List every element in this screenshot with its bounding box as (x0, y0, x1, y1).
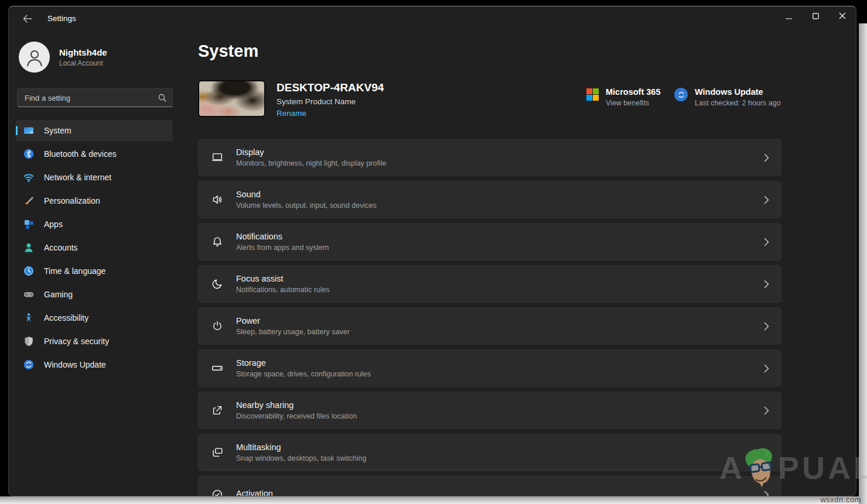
bell-icon (199, 235, 236, 248)
chevron-right-icon (764, 448, 769, 457)
page-backdrop-bottom (0, 496, 867, 504)
row-subtitle: Snap windows, desktops, task switching (236, 454, 366, 462)
sidebar-item-label: Network & internet (44, 173, 111, 182)
chevron-right-icon (764, 491, 769, 496)
rename-link[interactable]: Rename (277, 109, 306, 118)
sidebar-item-time-language[interactable]: Time & language (16, 260, 173, 282)
sidebar-item-label: Personalization (44, 196, 100, 205)
sidebar-item-accounts[interactable]: Accounts (16, 237, 173, 258)
sidebar-item-label: Accessibility (44, 313, 88, 323)
settings-row-display[interactable]: Display Monitors, brightness, night ligh… (198, 139, 781, 176)
main-content: System DESKTOP-4RAKV94 System Product Na… (196, 35, 856, 496)
sidebar-item-privacy-security[interactable]: Privacy & security (16, 331, 173, 352)
settings-row-nearby-sharing[interactable]: Nearby sharing Discoverability, received… (198, 392, 781, 429)
row-subtitle: Sleep, battery usage, battery saver (236, 328, 350, 336)
user-name: Nightsh4de (59, 47, 107, 57)
chevron-right-icon (764, 238, 769, 246)
settings-row-notifications[interactable]: Notifications Alerts from apps and syste… (198, 223, 781, 260)
row-title: Notifications (236, 232, 329, 241)
sidebar-item-apps[interactable]: Apps (16, 214, 173, 235)
crescent-moon-icon (199, 277, 236, 290)
sidebar-item-label: Privacy & security (44, 337, 109, 346)
row-title: Nearby sharing (236, 400, 357, 410)
storage-drive-icon (199, 362, 236, 375)
accessibility-person-icon (23, 312, 35, 324)
back-button[interactable] (18, 11, 37, 29)
microsoft-365-card[interactable]: Microsoft 365 View benefits (586, 87, 660, 107)
row-subtitle: Alerts from apps and system (236, 244, 329, 252)
chevron-right-icon (764, 196, 769, 204)
maximize-icon (813, 11, 819, 22)
chevron-right-icon (764, 364, 769, 373)
settings-row-sound[interactable]: Sound Volume levels, output, input, soun… (198, 181, 781, 218)
sidebar-item-windows-update[interactable]: Windows Update (16, 354, 173, 375)
clock-icon (23, 265, 35, 277)
site-watermark: wsxdn.com (820, 495, 861, 504)
sidebar: Nightsh4de Local Account System Blue (9, 35, 196, 496)
sidebar-item-network-internet[interactable]: Network & internet (16, 167, 173, 188)
speaker-icon (199, 193, 236, 206)
device-product-name: System Product Name (277, 97, 384, 106)
settings-row-storage[interactable]: Storage Storage space, drives, configura… (198, 349, 781, 387)
person-icon (23, 242, 35, 253)
bluetooth-icon (23, 148, 35, 160)
device-wallpaper-thumbnail (198, 80, 265, 117)
row-title: Focus assist (236, 274, 330, 283)
sidebar-item-label: Bluetooth & devices (44, 149, 117, 159)
row-title: Display (236, 148, 386, 157)
row-title: Power (236, 316, 350, 325)
close-icon (839, 11, 846, 22)
account-type: Local Account (59, 59, 107, 67)
minimize-button[interactable] (775, 6, 802, 26)
multitask-windows-icon (199, 446, 236, 459)
system-icon (23, 125, 35, 136)
promo-subtitle: Last checked: 2 hours ago (695, 99, 781, 107)
device-header: DESKTOP-4RAKV94 System Product Name Rena… (198, 80, 781, 117)
row-subtitle: Volume levels, output, input, sound devi… (236, 201, 377, 210)
sidebar-item-system[interactable]: System (16, 120, 173, 141)
row-title: Activation (236, 489, 273, 496)
settings-row-activation[interactable]: Activation (198, 476, 781, 496)
chevron-right-icon (764, 153, 769, 162)
window-title: Settings (47, 14, 76, 23)
maximize-button[interactable] (802, 6, 829, 26)
settings-row-multitasking[interactable]: Multitasking Snap windows, desktops, tas… (198, 434, 781, 471)
settings-row-focus-assist[interactable]: Focus assist Notifications, automatic ru… (198, 265, 781, 303)
promo-subtitle: View benefits (606, 99, 660, 107)
sidebar-item-gaming[interactable]: Gaming (16, 284, 173, 305)
sidebar-item-personalization[interactable]: Personalization (16, 190, 173, 211)
row-title: Storage (236, 358, 371, 368)
gamepad-icon (23, 289, 35, 300)
sidebar-item-accessibility[interactable]: Accessibility (16, 307, 173, 328)
promo-title: Microsoft 365 (606, 87, 660, 97)
row-subtitle: Notifications, automatic rules (236, 286, 330, 294)
windows-update-card[interactable]: Windows Update Last checked: 2 hours ago (674, 87, 781, 107)
row-title: Multitasking (236, 443, 366, 452)
titlebar: Settings (9, 6, 856, 35)
user-account-block[interactable]: Nightsh4de Local Account (9, 35, 196, 73)
row-subtitle: Monitors, brightness, night light, displ… (236, 159, 386, 167)
close-button[interactable] (829, 6, 856, 26)
page-title: System (198, 42, 258, 61)
sidebar-nav: System Bluetooth & devices Network & int… (16, 120, 173, 375)
search-input[interactable] (17, 88, 173, 107)
shield-icon (23, 335, 35, 347)
power-icon (199, 320, 236, 332)
apps-icon (23, 218, 35, 230)
chevron-right-icon (764, 406, 769, 415)
device-name: DESKTOP-4RAKV94 (277, 81, 384, 94)
settings-row-power[interactable]: Power Sleep, battery usage, battery save… (198, 307, 781, 345)
sidebar-item-label: Gaming (44, 290, 73, 299)
row-subtitle: Discoverability, received files location (236, 412, 357, 420)
settings-window: Settings Nightsh4de Local Account (8, 6, 856, 496)
sidebar-item-label: Time & language (44, 266, 105, 276)
chevron-right-icon (764, 280, 769, 289)
sidebar-item-bluetooth-devices[interactable]: Bluetooth & devices (16, 143, 173, 164)
check-circle-icon (199, 488, 236, 496)
settings-rows: Display Monitors, brightness, night ligh… (198, 139, 781, 496)
sidebar-item-label: System (44, 126, 71, 135)
row-subtitle: Storage space, drives, configuration rul… (236, 370, 371, 378)
avatar (19, 42, 50, 73)
sidebar-item-label: Apps (44, 220, 63, 229)
minimize-icon (786, 11, 792, 22)
